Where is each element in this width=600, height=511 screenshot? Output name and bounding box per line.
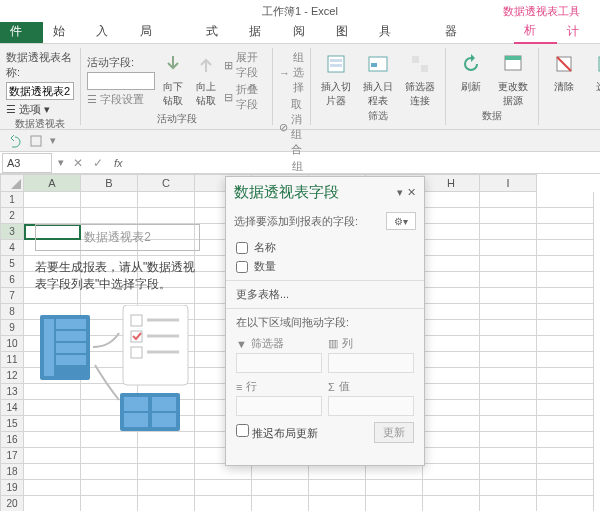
cell[interactable] xyxy=(480,208,537,224)
cell[interactable] xyxy=(423,384,480,400)
row-header[interactable]: 19 xyxy=(0,480,24,496)
cell[interactable] xyxy=(423,256,480,272)
cell[interactable] xyxy=(423,352,480,368)
cell[interactable] xyxy=(537,304,594,320)
cell[interactable] xyxy=(138,464,195,480)
pivot-options-button[interactable]: ☰选项 ▾ xyxy=(6,102,74,117)
field-settings-button[interactable]: ☰字段设置 xyxy=(87,92,155,107)
cell[interactable] xyxy=(423,416,480,432)
cell[interactable] xyxy=(423,304,480,320)
cell[interactable] xyxy=(81,480,138,496)
field-checkbox-quantity[interactable]: 数量 xyxy=(236,257,414,276)
cell[interactable] xyxy=(537,400,594,416)
cell[interactable] xyxy=(480,352,537,368)
row-header[interactable]: 1 xyxy=(0,192,24,208)
row-header[interactable]: 13 xyxy=(0,384,24,400)
cell[interactable] xyxy=(480,400,537,416)
row-header[interactable]: 20 xyxy=(0,496,24,511)
column-header[interactable]: A xyxy=(24,174,81,192)
cell[interactable] xyxy=(366,496,423,511)
cell[interactable] xyxy=(537,256,594,272)
cell[interactable] xyxy=(138,480,195,496)
qat-dropdown[interactable]: ▾ xyxy=(50,134,56,147)
cell[interactable] xyxy=(480,496,537,511)
pivot-name-input[interactable] xyxy=(6,82,74,100)
cell[interactable] xyxy=(537,496,594,511)
cell[interactable] xyxy=(24,464,81,480)
cell[interactable] xyxy=(24,448,81,464)
cell[interactable] xyxy=(480,224,537,240)
cell[interactable] xyxy=(480,368,537,384)
cell[interactable] xyxy=(252,480,309,496)
cell[interactable] xyxy=(81,464,138,480)
cell[interactable] xyxy=(366,464,423,480)
field-pane-close-button[interactable]: ✕ xyxy=(407,186,416,199)
cell[interactable] xyxy=(480,288,537,304)
active-field-input[interactable] xyxy=(87,72,155,90)
filter-connections-button[interactable]: 筛选器连接 xyxy=(401,50,439,109)
cell[interactable] xyxy=(423,448,480,464)
cell[interactable] xyxy=(423,464,480,480)
cell[interactable] xyxy=(423,480,480,496)
cell[interactable] xyxy=(423,496,480,511)
cell[interactable] xyxy=(138,208,195,224)
row-header[interactable]: 6 xyxy=(0,272,24,288)
cell[interactable] xyxy=(423,272,480,288)
drill-down-button[interactable]: 向下钻取 xyxy=(159,50,188,112)
cell[interactable] xyxy=(195,496,252,511)
cell[interactable] xyxy=(537,192,594,208)
cell[interactable] xyxy=(480,304,537,320)
cell[interactable] xyxy=(252,496,309,511)
insert-slicer-button[interactable]: 插入切片器 xyxy=(317,50,355,109)
cell[interactable] xyxy=(195,480,252,496)
cell[interactable] xyxy=(537,352,594,368)
cell[interactable] xyxy=(480,432,537,448)
cell[interactable] xyxy=(24,208,81,224)
rows-drop-area[interactable] xyxy=(236,396,322,416)
cell[interactable] xyxy=(537,368,594,384)
more-tables-link[interactable]: 更多表格... xyxy=(226,281,424,309)
cell[interactable] xyxy=(423,224,480,240)
cell[interactable] xyxy=(252,464,309,480)
update-button[interactable]: 更新 xyxy=(374,422,414,443)
select-all-button[interactable] xyxy=(0,174,24,192)
row-header[interactable]: 2 xyxy=(0,208,24,224)
cell[interactable] xyxy=(480,320,537,336)
redo-button[interactable] xyxy=(28,133,44,149)
cell[interactable] xyxy=(537,336,594,352)
cell[interactable] xyxy=(423,208,480,224)
row-header[interactable]: 9 xyxy=(0,320,24,336)
cell[interactable] xyxy=(537,272,594,288)
cell[interactable] xyxy=(81,448,138,464)
refresh-button[interactable]: 刷新 xyxy=(452,50,490,109)
cell[interactable] xyxy=(423,320,480,336)
cell[interactable] xyxy=(537,480,594,496)
field-checkbox-name[interactable]: 名称 xyxy=(236,238,414,257)
cancel-formula-button[interactable]: ✕ xyxy=(68,156,88,170)
expand-field-button[interactable]: ⊞展开字段 xyxy=(224,50,266,80)
column-header[interactable]: C xyxy=(138,174,195,192)
row-header[interactable]: 8 xyxy=(0,304,24,320)
row-header[interactable]: 5 xyxy=(0,256,24,272)
collapse-field-button[interactable]: ⊟折叠字段 xyxy=(224,82,266,112)
cell[interactable] xyxy=(423,192,480,208)
cell[interactable] xyxy=(195,464,252,480)
cell[interactable] xyxy=(480,256,537,272)
cell[interactable] xyxy=(537,464,594,480)
name-box[interactable]: A3 xyxy=(2,153,52,173)
cell[interactable] xyxy=(309,480,366,496)
cell[interactable] xyxy=(537,288,594,304)
field-pane-dropdown-icon[interactable]: ▾ xyxy=(397,186,403,199)
select-button[interactable]: 选择 xyxy=(587,50,600,123)
cell[interactable] xyxy=(138,192,195,208)
row-header[interactable]: 12 xyxy=(0,368,24,384)
row-header[interactable]: 14 xyxy=(0,400,24,416)
cell[interactable] xyxy=(423,432,480,448)
column-header[interactable]: I xyxy=(480,174,537,192)
insert-timeline-button[interactable]: 插入日程表 xyxy=(359,50,397,109)
cell[interactable] xyxy=(537,432,594,448)
row-header[interactable]: 16 xyxy=(0,432,24,448)
cell[interactable] xyxy=(480,480,537,496)
defer-layout-checkbox[interactable]: 推迟布局更新 xyxy=(236,424,318,441)
cell[interactable] xyxy=(423,336,480,352)
